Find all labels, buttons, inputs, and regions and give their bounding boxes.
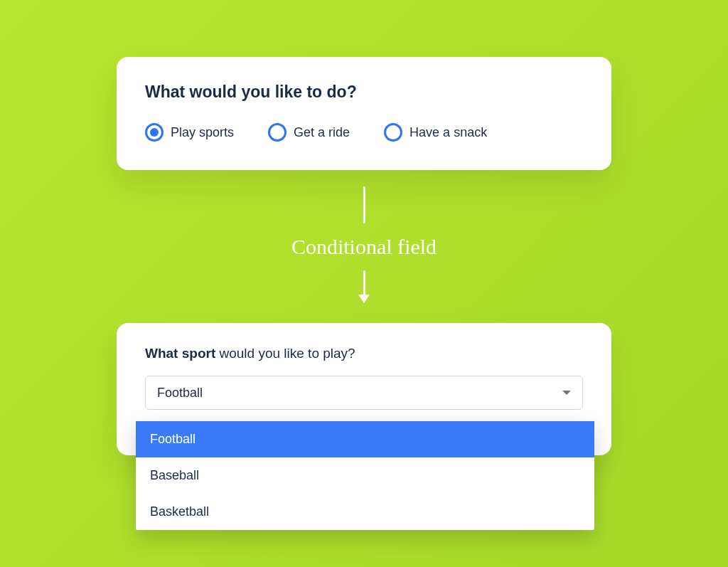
dropdown-option-football[interactable]: Football <box>136 421 594 457</box>
radio-icon <box>145 123 164 142</box>
radio-icon <box>384 123 402 142</box>
select-value: Football <box>157 386 203 401</box>
sport-dropdown: Football Baseball Basketball <box>136 421 594 530</box>
radio-label: Have a snack <box>410 125 487 140</box>
question-title-activity: What would you like to do? <box>145 83 583 102</box>
arrow-down-icon <box>363 270 365 302</box>
connector-line-icon <box>363 186 365 223</box>
radio-option-play-sports[interactable]: Play sports <box>145 123 234 142</box>
question-card-activity: What would you like to do? Play sports G… <box>117 57 611 170</box>
dropdown-option-baseball[interactable]: Baseball <box>136 457 594 494</box>
sport-select[interactable]: Football <box>145 376 583 410</box>
radio-label: Get a ride <box>294 125 350 140</box>
connector-label: Conditional field <box>291 235 437 259</box>
radio-option-have-a-snack[interactable]: Have a snack <box>384 123 487 142</box>
question-title-bold: What sport <box>145 346 215 361</box>
radio-option-get-a-ride[interactable]: Get a ride <box>268 123 350 142</box>
connector-annotation: Conditional field <box>291 186 437 302</box>
dropdown-option-basketball[interactable]: Basketball <box>136 494 594 530</box>
question-title-sport: What sport would you like to play? <box>145 346 583 361</box>
radio-label: Play sports <box>171 125 234 140</box>
radio-group-activity: Play sports Get a ride Have a snack <box>145 123 583 142</box>
radio-icon <box>268 123 287 142</box>
question-title-rest: would you like to play? <box>215 346 355 361</box>
chevron-down-icon <box>562 391 571 395</box>
